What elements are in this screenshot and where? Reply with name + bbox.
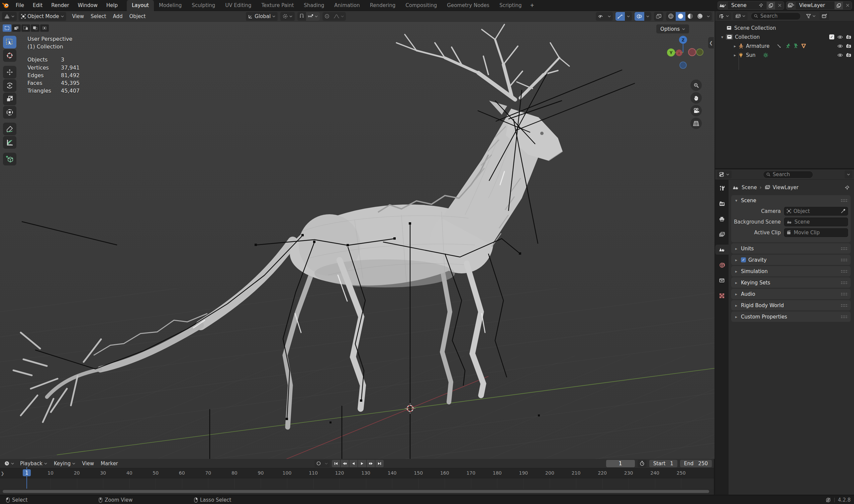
xray-toggle[interactable] bbox=[654, 12, 663, 21]
drag-handle[interactable] bbox=[841, 304, 848, 307]
sidebar-collapse-arrow[interactable]: ❮ bbox=[708, 37, 714, 49]
shading-dropdown[interactable] bbox=[705, 12, 712, 21]
visibility-dropdown[interactable] bbox=[606, 12, 613, 21]
snap-toggle[interactable] bbox=[297, 12, 306, 21]
menu-keying[interactable]: Keying bbox=[51, 460, 78, 467]
panel-custom-properties[interactable]: ▸Custom Properties bbox=[731, 311, 851, 322]
new-viewlayer-button[interactable] bbox=[834, 1, 843, 10]
menu-select[interactable]: Select bbox=[87, 12, 109, 21]
drag-handle[interactable] bbox=[841, 281, 848, 284]
tab-animation[interactable]: Animation bbox=[329, 0, 365, 11]
tab-modeling[interactable]: Modeling bbox=[154, 0, 187, 11]
breadcrumb-viewlayer[interactable]: ViewLayer bbox=[773, 184, 799, 191]
menu-marker[interactable]: Marker bbox=[98, 460, 121, 467]
use-preview-range-button[interactable] bbox=[638, 460, 647, 467]
gizmos-dropdown[interactable] bbox=[625, 12, 632, 21]
overlays-dropdown[interactable] bbox=[644, 12, 651, 21]
chevron-right-icon[interactable]: ▸ bbox=[733, 53, 737, 57]
pivot-point-dropdown[interactable] bbox=[280, 12, 295, 21]
hide-eye-icon[interactable] bbox=[837, 44, 843, 48]
frame-end-field[interactable]: End250 bbox=[680, 460, 712, 467]
menu-window[interactable]: Window bbox=[74, 0, 102, 11]
prev-keyframe-button[interactable] bbox=[341, 460, 349, 467]
menu-object[interactable]: Object bbox=[126, 12, 149, 21]
outliner-filter-dropdown[interactable] bbox=[804, 12, 818, 20]
viewport-3d[interactable]: Object Mode View Select Add Object Globa… bbox=[0, 11, 715, 459]
properties-options-dropdown[interactable] bbox=[844, 170, 852, 179]
tool-annotate[interactable] bbox=[3, 123, 16, 136]
editor-type-button[interactable] bbox=[2, 12, 17, 21]
disable-camera-icon[interactable] bbox=[846, 53, 851, 57]
drag-handle[interactable] bbox=[841, 315, 848, 318]
menu-file[interactable]: File bbox=[11, 0, 29, 11]
panel-units[interactable]: ▸Units bbox=[731, 243, 851, 254]
outliner-row-scene-collection[interactable]: Scene Collection bbox=[715, 23, 854, 32]
auto-keying-dropdown[interactable] bbox=[323, 460, 330, 467]
scene-browse-button[interactable] bbox=[718, 2, 728, 10]
gizmos-toggle[interactable] bbox=[615, 12, 625, 21]
menu-view[interactable]: View bbox=[79, 460, 97, 467]
playhead-frame-badge[interactable]: 1 bbox=[23, 469, 31, 476]
breadcrumb-scene[interactable]: Scene bbox=[742, 184, 757, 191]
select-mode-subtract[interactable] bbox=[21, 24, 30, 32]
select-mode-intersect[interactable] bbox=[40, 24, 49, 32]
play-button[interactable] bbox=[358, 460, 366, 467]
timeline-ruler[interactable]: 1 10203040506070809010011012013014015016… bbox=[0, 468, 714, 478]
select-mode-new[interactable] bbox=[3, 24, 11, 32]
tab-output[interactable] bbox=[715, 214, 729, 224]
add-workspace-button[interactable]: + bbox=[527, 0, 538, 11]
zoom-view-button[interactable] bbox=[691, 79, 702, 91]
timeline-editor-type-button[interactable] bbox=[2, 460, 16, 467]
outliner-display-mode-dropdown[interactable] bbox=[717, 12, 731, 20]
tool-scale[interactable] bbox=[3, 93, 16, 105]
panel-rigid-body-world[interactable]: ▸Rigid Body World bbox=[731, 300, 851, 310]
gravity-checkbox[interactable]: ✓ bbox=[741, 257, 746, 263]
tab-sculpting[interactable]: Sculpting bbox=[187, 0, 220, 11]
chevron-down-icon[interactable]: ▾ bbox=[720, 35, 725, 39]
delete-scene-button[interactable] bbox=[775, 1, 784, 10]
menu-edit[interactable]: Edit bbox=[29, 0, 47, 11]
tool-cursor[interactable] bbox=[3, 49, 16, 62]
tab-uv-editing[interactable]: UV Editing bbox=[220, 0, 256, 11]
tool-transform[interactable] bbox=[3, 106, 16, 119]
menu-add[interactable]: Add bbox=[109, 12, 126, 21]
jump-to-start-button[interactable] bbox=[332, 460, 340, 467]
select-mode-extend[interactable] bbox=[12, 24, 21, 32]
pan-view-button[interactable] bbox=[691, 92, 702, 104]
pin-icon[interactable] bbox=[845, 185, 849, 190]
mode-selector[interactable]: Object Mode bbox=[19, 12, 66, 21]
shading-wireframe-button[interactable] bbox=[666, 12, 676, 21]
tab-object[interactable] bbox=[715, 275, 729, 285]
drag-handle[interactable] bbox=[841, 199, 848, 202]
tab-texture[interactable] bbox=[715, 291, 729, 301]
proportional-editing-toggle[interactable] bbox=[323, 12, 331, 21]
axis-navigation-gizmo[interactable]: Z Y x bbox=[664, 32, 704, 72]
transform-orientation-dropdown[interactable]: Global bbox=[246, 12, 278, 21]
current-frame-field[interactable]: 1 bbox=[606, 460, 635, 467]
tab-render[interactable] bbox=[715, 199, 729, 209]
timeline-expand-arrow[interactable]: ❯ bbox=[1, 471, 4, 476]
auto-keying-toggle[interactable] bbox=[314, 460, 323, 467]
outliner-row-collection[interactable]: ▾ Collection ✓ bbox=[715, 32, 854, 41]
play-reverse-button[interactable] bbox=[349, 460, 358, 467]
hide-eye-icon[interactable] bbox=[837, 35, 843, 39]
tool-move[interactable] bbox=[3, 66, 16, 78]
viewlayer-browse-button[interactable] bbox=[786, 2, 796, 10]
menu-help[interactable]: Help bbox=[102, 0, 122, 11]
outliner-search-input[interactable]: Search bbox=[751, 12, 801, 20]
select-mode-invert[interactable] bbox=[31, 24, 39, 32]
tab-tool[interactable] bbox=[715, 183, 729, 193]
outliner-row-armature[interactable]: ▸ Armature bbox=[715, 41, 854, 51]
scene-name-field[interactable]: Scene bbox=[728, 2, 766, 8]
tab-compositing[interactable]: Compositing bbox=[400, 0, 442, 11]
drag-handle[interactable] bbox=[841, 258, 848, 262]
timeline-track[interactable] bbox=[0, 478, 714, 489]
tab-shading[interactable]: Shading bbox=[299, 0, 329, 11]
hide-eye-icon[interactable] bbox=[837, 53, 843, 57]
outliner-row-sun[interactable]: ▸ Sun bbox=[715, 51, 854, 59]
outliner-filter-id-dropdown[interactable] bbox=[733, 12, 748, 20]
tool-add-cube[interactable] bbox=[3, 153, 16, 165]
tab-geometry-nodes[interactable]: Geometry Nodes bbox=[442, 0, 494, 11]
panel-audio[interactable]: ▸Audio bbox=[731, 289, 851, 299]
tab-rendering[interactable]: Rendering bbox=[365, 0, 401, 11]
